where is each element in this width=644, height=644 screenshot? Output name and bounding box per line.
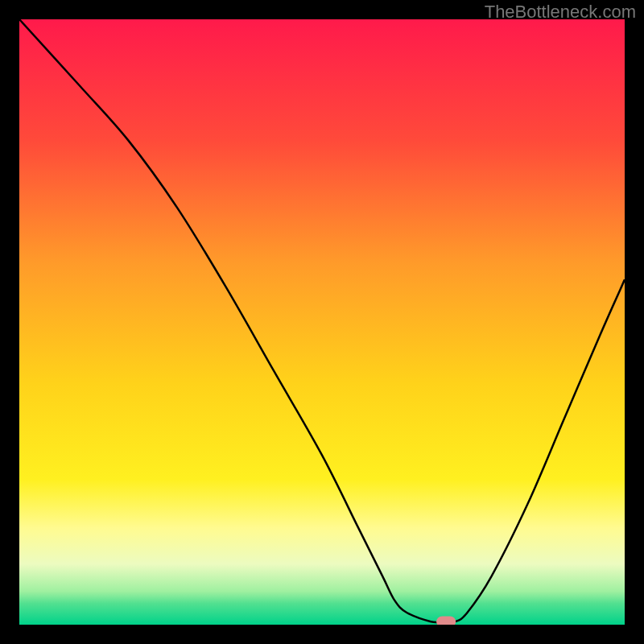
optimal-marker: [436, 616, 456, 625]
chart-svg: [19, 19, 625, 625]
gradient-background: [19, 19, 625, 625]
watermark-text: TheBottleneck.com: [485, 2, 636, 23]
plot-area: [19, 19, 625, 625]
chart-frame: TheBottleneck.com: [0, 0, 644, 644]
